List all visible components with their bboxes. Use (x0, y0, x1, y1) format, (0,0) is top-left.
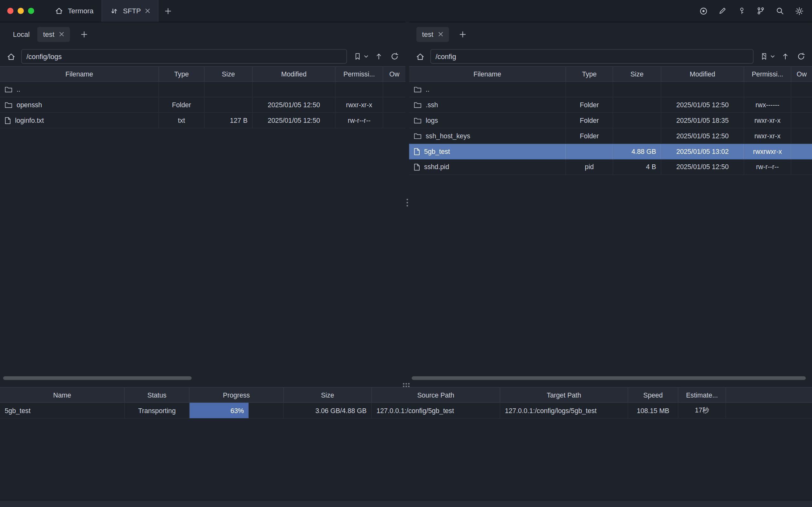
table-row[interactable]: logs Folder 2025/01/05 18:35 rwxr-xr-x (409, 113, 812, 128)
tab-test-local[interactable]: test (38, 26, 70, 42)
transfer-arrows-icon (110, 6, 119, 15)
search-icon[interactable] (775, 6, 784, 15)
transfer-estimate: 17秒 (679, 403, 726, 419)
column-header-filler (726, 388, 812, 402)
table-row[interactable]: ssh_host_keys Folder 2025/01/05 12:50 rw… (409, 128, 812, 144)
transfer-status: Transporting (125, 403, 190, 419)
bookmark-button[interactable] (352, 51, 368, 62)
app-tab-label: SFTP (123, 7, 141, 15)
column-header-progress[interactable]: Progress (190, 388, 284, 402)
table-row[interactable]: .ssh Folder 2025/01/05 12:50 rwx------ (409, 97, 812, 113)
column-header-speed[interactable]: Speed (628, 388, 679, 402)
column-header-type[interactable]: Type (566, 67, 613, 81)
new-pane-tab-button[interactable] (455, 27, 471, 42)
column-header-permissions[interactable]: Permissi... (744, 67, 791, 81)
close-tab-icon[interactable] (145, 8, 150, 13)
progress-bar: 63% (190, 403, 249, 418)
column-header-size[interactable]: Size (284, 388, 372, 402)
file-icon (414, 148, 420, 155)
column-header-size[interactable]: Size (205, 67, 253, 81)
branch-icon[interactable] (756, 6, 765, 15)
transfer-row[interactable]: 5gb_test Transporting 63% 3.06 GB/4.88 G… (0, 403, 812, 419)
record-icon[interactable] (699, 6, 708, 15)
edit-icon[interactable] (718, 6, 727, 15)
table-row[interactable]: openssh Folder 2025/01/05 12:50 rwxr-xr-… (0, 97, 405, 113)
transfer-target-path: 127.0.0.1:/config/logs/5gb_test (500, 403, 628, 419)
column-header-type[interactable]: Type (159, 67, 205, 81)
plus-icon (164, 7, 171, 15)
tab-termora-home[interactable]: Termora (47, 0, 101, 22)
app-tab-label: Termora (68, 7, 94, 15)
local-pane-tab-bar: Local test (0, 22, 405, 47)
remote-path-bar (409, 47, 812, 66)
zoom-window-button[interactable] (28, 8, 34, 14)
pane-splitter[interactable] (405, 22, 409, 383)
refresh-icon[interactable] (796, 51, 807, 62)
column-header-owner[interactable]: Ow (383, 67, 405, 81)
column-header-size[interactable]: Size (613, 67, 661, 81)
parent-directory-icon[interactable] (373, 51, 384, 62)
close-tab-icon[interactable] (438, 32, 443, 37)
local-file-panel: Local test (0, 22, 405, 383)
folder-icon (414, 86, 421, 93)
column-header-owner[interactable]: Ow (791, 67, 812, 81)
tab-test-remote[interactable]: test (417, 26, 449, 42)
file-icon (5, 117, 11, 124)
transfer-name: 5gb_test (0, 403, 125, 419)
column-header-target-path[interactable]: Target Path (500, 388, 628, 402)
column-header-modified[interactable]: Modified (253, 67, 335, 81)
remote-path-input[interactable] (430, 49, 754, 64)
table-row-selected[interactable]: 5gb_test 4.88 GB 2025/01/05 13:02 rwxrwx… (409, 144, 812, 160)
home-icon (54, 6, 63, 15)
parent-directory-icon[interactable] (779, 51, 791, 62)
new-pane-tab-button[interactable] (76, 27, 92, 42)
column-header-filename[interactable]: Filename (0, 67, 159, 81)
window-controls (7, 8, 34, 14)
transfer-speed: 108.15 MB (628, 403, 679, 419)
titlebar: Termora SFTP (0, 0, 812, 22)
minimize-window-button[interactable] (17, 8, 24, 14)
app-tab-bar: Termora SFTP (47, 0, 177, 22)
close-tab-icon[interactable] (59, 32, 64, 37)
chevron-down-icon (770, 54, 774, 58)
settings-gear-icon[interactable] (795, 6, 804, 15)
refresh-icon[interactable] (389, 51, 400, 62)
local-path-input[interactable] (21, 49, 347, 64)
bookmark-icon (352, 51, 363, 62)
transfer-size: 3.06 GB/4.88 GB (284, 403, 372, 419)
tab-sftp[interactable]: SFTP (101, 0, 158, 22)
file-icon (414, 163, 420, 171)
folder-icon (414, 133, 421, 139)
table-row[interactable]: .. (0, 82, 405, 97)
horizontal-scrollbar[interactable] (412, 376, 806, 380)
column-header-status[interactable]: Status (125, 388, 190, 402)
column-header-estimate[interactable]: Estimate... (679, 388, 726, 402)
table-header-row: Filename Type Size Modified Permissi... … (409, 66, 812, 82)
new-app-tab-button[interactable] (158, 0, 177, 22)
bookmark-button[interactable] (758, 51, 774, 62)
column-header-name[interactable]: Name (0, 388, 125, 402)
local-path-bar (0, 47, 405, 66)
tab-local[interactable]: Local (7, 26, 36, 42)
table-row[interactable]: loginfo.txt txt 127 B 2025/01/05 12:50 r… (0, 113, 405, 128)
horizontal-scrollbar[interactable] (3, 376, 192, 380)
close-window-button[interactable] (7, 8, 14, 14)
progress-label: 63% (230, 406, 244, 414)
titlebar-actions (699, 6, 812, 15)
transfer-panel: Name Status Progress Size Source Path Ta… (0, 387, 812, 419)
transfer-panel-splitter[interactable] (0, 383, 812, 387)
column-header-modified[interactable]: Modified (661, 67, 744, 81)
column-header-filename[interactable]: Filename (409, 67, 566, 81)
home-icon[interactable] (414, 51, 426, 62)
table-row[interactable]: sshd.pid pid 4 B 2025/01/05 12:50 rw-r--… (409, 159, 812, 175)
transfer-header-row: Name Status Progress Size Source Path Ta… (0, 387, 812, 403)
remote-file-table: Filename Type Size Modified Permissi... … (409, 66, 812, 175)
table-row[interactable]: .. (409, 82, 812, 97)
bookmark-icon (758, 51, 769, 62)
key-icon[interactable] (737, 6, 746, 15)
column-header-source-path[interactable]: Source Path (372, 388, 500, 402)
home-icon[interactable] (5, 51, 16, 62)
transfer-progress-cell: 63% (190, 403, 284, 419)
column-header-permissions[interactable]: Permissi... (335, 67, 383, 81)
pane-tab-label: test (422, 30, 434, 38)
